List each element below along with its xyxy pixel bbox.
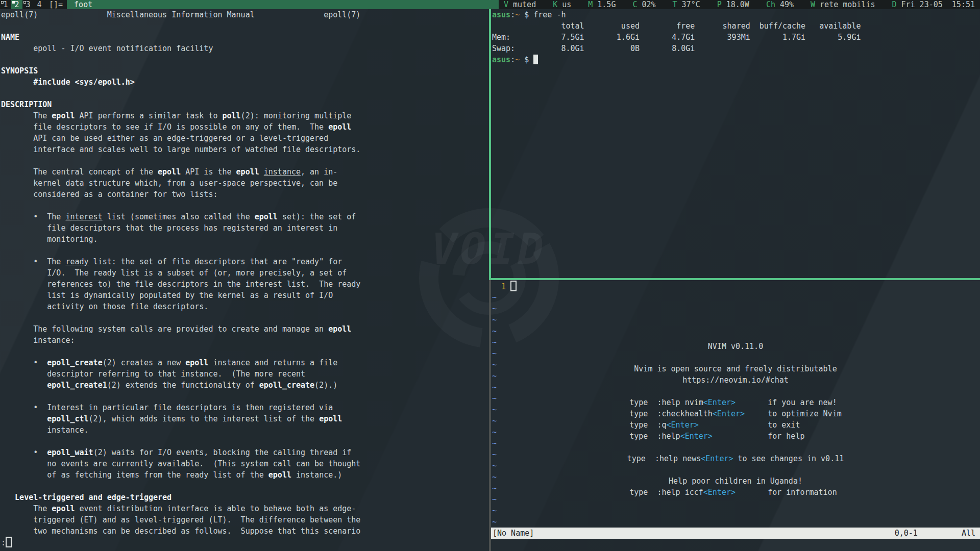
manpage-line: • epoll_wait(2) waits for I/O events, bl… (0, 447, 489, 458)
terminal-line: Mem: 7.5Gi 1.6Gi 4.7Gi 393Mi 1.7Gi 5.9Gi (491, 32, 980, 43)
manpage-line: The epoll event distribution interface i… (0, 503, 489, 514)
nvim-empty-line: ~ (491, 516, 980, 528)
status-key: D (892, 0, 896, 9)
manpage-line (0, 436, 489, 447)
status-module-v: Vmuted (504, 0, 536, 9)
tag-label: 1 (3, 0, 8, 9)
status-module-w: Wrete mobilis (811, 0, 875, 9)
status-key: Ch (766, 0, 775, 9)
status-module-d: DFri 23-05 15:51 (892, 0, 975, 9)
manpage-line: two mechanisms can be described as follo… (0, 525, 489, 537)
nvim-ruler: 0,0-1 (895, 528, 918, 539)
manpage-line: NAME (0, 32, 489, 43)
nvim-empty-line: ~ (491, 325, 980, 337)
manpage-line (0, 481, 489, 492)
nvim-intro-line: type :checkhealth<Enter> to optimize Nvi… (491, 408, 980, 419)
status-key: T (673, 0, 677, 9)
status-value: muted (513, 0, 536, 9)
manpage-line: The central concept of the epoll API is … (0, 166, 489, 178)
manpage-line: epoll_create1(2) extends the functionali… (0, 380, 489, 391)
nvim-empty-line: ~ (491, 303, 980, 314)
nvim-intro-line (491, 386, 980, 397)
tag-3[interactable]: 3 (22, 0, 34, 9)
manpage-line: #include <sys/epoll.h> (0, 77, 489, 88)
terminal-free-pane[interactable]: asus:~ $ free -h total used free shared … (491, 9, 980, 278)
manpage-line: epoll - I/O event notification facility (0, 43, 489, 54)
neovim-window[interactable]: 1 ~~~~~~~~~~~~~~~~~~~~~ NVIM v0.11.0Nvim… (491, 280, 980, 551)
cursor-hollow (6, 537, 12, 547)
status-module-c: C02% (632, 0, 655, 9)
status-module-k: Kus (553, 0, 571, 9)
manpage-line: file descriptors to see if I/O is possib… (0, 121, 489, 133)
manpage-line (0, 20, 489, 32)
tag-client-indicator (12, 1, 15, 4)
terminal-line: asus:~ $ free -h (491, 9, 980, 20)
manpage-line: epoll_ctl(2), which adds items to the in… (0, 413, 489, 424)
status-module-m: M1.5G (588, 0, 616, 9)
nvim-intro-line: NVIM v0.11.0 (491, 341, 980, 352)
status-key: V (504, 0, 508, 9)
tag-1[interactable]: 1 (0, 0, 11, 9)
nvim-intro-line (491, 352, 980, 363)
nvim-intro-line: type :help news<Enter> to see changes in… (491, 453, 980, 464)
workspace-tags: 1234 (0, 0, 45, 9)
status-value: 37°C (682, 0, 700, 9)
status-key: M (588, 0, 593, 9)
layout-symbol[interactable]: []= (45, 0, 67, 9)
status-value: 49% (780, 0, 794, 9)
manpage-line: considered as a container for two lists: (0, 189, 489, 200)
nvim-intro-line: type :help nvim<Enter> if you are new! (491, 397, 980, 408)
status-key: P (717, 0, 722, 9)
manpage-line (0, 312, 489, 323)
manpage-content: epoll(7) Miscellaneous Information Manua… (0, 9, 489, 548)
manpage-line: The following system calls are provided … (0, 323, 489, 335)
status-modules: VmutedKusM1.5GC02%T37°CP18.0WCh49%Wrete … (499, 0, 980, 9)
cursor-block (533, 55, 538, 64)
nvim-intro-line (491, 464, 980, 475)
tag-label: 3 (26, 0, 30, 9)
manpage-line: triggered (ET) and as level-triggered (L… (0, 514, 489, 525)
nvim-buffer-name: [No Name] (491, 528, 534, 539)
terminal-line: asus:~ $ (491, 54, 980, 65)
status-value: 18.0W (726, 0, 749, 9)
nvim-scroll-position: All (962, 528, 975, 539)
manpage-line: instance. (0, 424, 489, 436)
manpage-line: • Interest in particular file descriptor… (0, 402, 489, 413)
manpage-line: activity on those file descriptors. (0, 301, 489, 312)
status-module-ch: Ch49% (766, 0, 794, 9)
nvim-empty-line: ~ (491, 505, 980, 516)
nvim-intro-line: Nvim is open source and freely distribut… (491, 363, 980, 374)
status-key: W (811, 0, 815, 9)
manpage-line: descriptor referring to that instance. (… (0, 368, 489, 380)
status-module-p: P18.0W (717, 0, 749, 9)
manpage-line (0, 88, 489, 99)
status-value: Fri 23-05 15:51 (901, 0, 975, 9)
manpage-line: epoll(7) Miscellaneous Information Manua… (0, 9, 489, 20)
status-value: 02% (642, 0, 655, 9)
status-value: 1.5G (597, 0, 616, 9)
terminal-content: asus:~ $ free -h total used free shared … (491, 9, 980, 65)
manpage-line (0, 155, 489, 166)
manpage-line (0, 346, 489, 357)
manpage-line: file descriptors that the process has re… (0, 222, 489, 234)
tag-2[interactable]: 2 (11, 0, 22, 9)
terminal-line: Swap: 8.0Gi 0B 8.0Gi (491, 43, 980, 54)
tag-client-indicator (1, 1, 4, 4)
nvim-line-1: 1 (491, 281, 980, 292)
window-title[interactable]: foot (67, 0, 499, 9)
tag-label: 4 (37, 0, 41, 9)
status-bar: 1234 []= foot VmutedKusM1.5GC02%T37°CP18… (0, 0, 980, 9)
tag-label: 2 (14, 0, 19, 9)
status-value: us (562, 0, 571, 9)
nvim-intro-line: type :help<Enter> for help (491, 431, 980, 442)
nvim-empty-line: ~ (491, 292, 980, 303)
manpage-line: • epoll_create(2) creates a new epoll in… (0, 357, 489, 368)
manpage-line (0, 391, 489, 402)
manpage-line (0, 245, 489, 256)
status-key: K (553, 0, 557, 9)
manpage-line: I/O. The ready list is a subset of (or, … (0, 267, 489, 279)
terminal-manpage-pane[interactable]: epoll(7) Miscellaneous Information Manua… (0, 9, 489, 551)
manpage-line: kernel data structure which, from a user… (0, 178, 489, 189)
tag-4[interactable]: 4 (34, 0, 45, 9)
status-module-t: T37°C (673, 0, 700, 9)
